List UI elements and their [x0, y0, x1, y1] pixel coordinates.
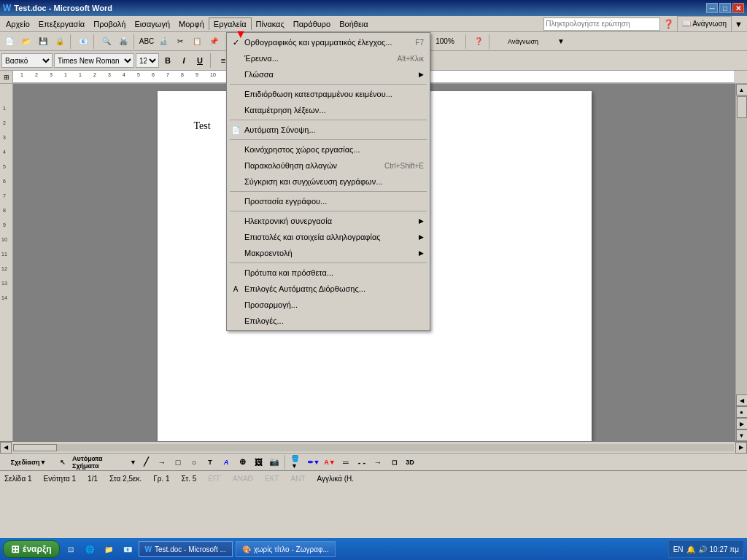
taskbar-word[interactable]: W Test.doc - Microsoft ... [139, 541, 233, 557]
scroll-up-button[interactable]: ▲ [736, 84, 748, 96]
cut-button[interactable]: ✂ [172, 34, 188, 50]
title-bar-controls[interactable]: ─ □ ✕ [706, 3, 744, 13]
menu-spell-check[interactable]: ✓ Ορθογραφικός και γραμματικός έλεγχος..… [227, 34, 430, 50]
maximize-button[interactable]: □ [719, 3, 731, 13]
italic-button[interactable]: I [177, 53, 191, 68]
speaker-icon[interactable]: 🔊 [698, 545, 707, 553]
scroll-btn-next-page[interactable]: ▶ [736, 418, 748, 429]
draw-menu-button[interactable]: Σχεδίαση▼ [3, 455, 54, 470]
menu-view[interactable]: Προβολή [89, 18, 130, 30]
scroll-btn-select-browse[interactable]: ● [736, 406, 748, 418]
help-btn[interactable]: ❓ [471, 34, 487, 50]
new-button[interactable]: 📄 [1, 34, 18, 50]
hscroll-track[interactable] [13, 444, 734, 451]
3d-button[interactable]: 3D [403, 455, 417, 470]
help-search-input[interactable] [543, 18, 660, 31]
menu-autocorrect[interactable]: A Επιλογές Αυτόματης Διόρθωσης... [227, 281, 430, 297]
menu-workspace[interactable]: Κοινόχρηστος χώρος εργασίας... [227, 141, 430, 158]
menu-language[interactable]: Γλώσσα ▶ [227, 66, 430, 82]
menu-options[interactable]: Επιλογές... [227, 313, 430, 329]
menu-customize[interactable]: Προσαρμογή... [227, 297, 430, 313]
permissions-button[interactable]: 🔒 [52, 34, 68, 50]
chevron-down-icon[interactable]: ▼ [735, 20, 743, 28]
print-button[interactable]: 🖨️ [115, 34, 131, 50]
menu-protect[interactable]: Προστασία εγγράφου... [227, 193, 430, 209]
paint-taskbar-icon: 🎨 [242, 545, 251, 553]
menu-autosummary[interactable]: 📄 Αυτόματη Σύνοψη... [227, 122, 430, 138]
menu-onlinecollab[interactable]: Ηλεκτρονική συνεργασία ▶ [227, 213, 430, 229]
copy-button[interactable]: 📋 [189, 34, 205, 50]
line-button[interactable]: ╱ [139, 455, 153, 470]
arrow-style-button[interactable]: → [371, 455, 385, 470]
fill-color-button[interactable]: 🪣▼ [290, 455, 305, 470]
reading-button[interactable]: 📖 Ανάγνωση [677, 16, 732, 32]
menu-mailmerge[interactable]: Επιστολές και στοιχεία αλληλογραφίας ▶ [227, 229, 430, 245]
right-scrollbar[interactable]: ▲ ◀ ● ▶ ▼ [735, 84, 747, 441]
line-style-button[interactable]: ═ [338, 455, 353, 470]
menu-window[interactable]: Παράθυρο [289, 18, 335, 30]
shadow-button[interactable]: ◻ [387, 455, 401, 470]
menu-compare[interactable]: Σύγκριση και συγχώνευση εγγράφων... [227, 174, 430, 190]
lang-icon[interactable]: EN [673, 545, 684, 553]
menu-trackchanges[interactable]: Παρακολούθηση αλλαγών Ctrl+Shift+E [227, 158, 430, 174]
reading-view-btn[interactable]: Ανάγνωση [494, 34, 552, 50]
help-icon[interactable]: ❓ [663, 19, 674, 29]
document-text[interactable]: Test [194, 120, 211, 131]
underline-button[interactable]: U [193, 53, 207, 68]
taskbar-icon-outlook[interactable]: 📧 [120, 541, 136, 557]
open-button[interactable]: 📂 [18, 34, 34, 50]
menu-file[interactable]: Αρχείο [1, 18, 34, 30]
font-color-draw-button[interactable]: A▼ [322, 455, 337, 470]
menu-edit[interactable]: Επεξεργασία [34, 18, 89, 30]
menu-format[interactable]: Μορφή [174, 18, 209, 30]
style-select[interactable]: Βασικό [1, 53, 53, 68]
ruler-left-corner[interactable]: ⊞ [0, 71, 13, 83]
dash-style-button[interactable]: - - [355, 455, 369, 470]
menu-insert[interactable]: Εισαγωγή [130, 18, 174, 30]
clipart-button[interactable]: 🖼 [251, 455, 266, 470]
font-select[interactable]: Times New Roman [54, 53, 134, 68]
save-button[interactable]: 💾 [35, 34, 51, 50]
size-select[interactable]: 12 [136, 53, 159, 68]
shapes-button[interactable]: Αυτόματα Σχήματα▼ [71, 455, 137, 470]
taskbar-icon-folder[interactable]: 📁 [101, 541, 117, 557]
menu-help[interactable]: Βοήθεια [335, 18, 372, 30]
textbox-button[interactable]: T [203, 455, 217, 470]
zoom-dropdown[interactable]: 100% [427, 34, 463, 50]
menu-table[interactable]: Πίνακας [252, 18, 289, 30]
scroll-left-button[interactable]: ◀ [0, 442, 12, 454]
oval-button[interactable]: ○ [187, 455, 201, 470]
menu-repair[interactable]: Επιδιόρθωση κατεστραμμένου κειμένου... [227, 86, 430, 102]
menu-wordcount[interactable]: Καταμέτρηση λέξεων... [227, 102, 430, 118]
print-preview-button[interactable]: 🔍 [98, 34, 115, 50]
insert-image-button[interactable]: 📷 [267, 455, 282, 470]
paste-button[interactable]: 📌 [206, 34, 222, 50]
menu-templates[interactable]: Πρότυπα και πρόσθετα... [227, 265, 430, 281]
wordart-button[interactable]: A [219, 455, 233, 470]
close-button[interactable]: ✕ [732, 3, 744, 13]
arrow-button[interactable]: → [155, 455, 169, 470]
taskbar-paint[interactable]: 🎨 χωρίς τίτλο - Ζωγραφ... [236, 541, 336, 557]
line-color-button[interactable]: ✏▼ [306, 455, 321, 470]
email-button[interactable]: 📧 [75, 34, 91, 50]
toolbar-dropdown-btn[interactable]: ▼ [553, 34, 569, 50]
scroll-btn-prev-page[interactable]: ◀ [736, 394, 748, 406]
diagram-button[interactable]: ⊕ [235, 455, 249, 470]
taskbar-icon-ie[interactable]: 🌐 [82, 541, 98, 557]
taskbar-icon-show-desktop[interactable]: ⊡ [63, 541, 79, 557]
menu-research[interactable]: Έρευνα... Alt+Κλικ [227, 50, 430, 66]
hscroll-thumb[interactable] [13, 444, 57, 451]
select-button[interactable]: ↖ [55, 455, 70, 470]
rect-button[interactable]: □ [171, 455, 185, 470]
bottom-scrollbar[interactable]: ◀ ▶ [0, 441, 747, 453]
start-button[interactable]: ⊞ έναρξη [3, 540, 60, 558]
scroll-thumb[interactable] [737, 96, 747, 118]
research-button[interactable]: 🔬 [155, 34, 171, 50]
menu-macros[interactable]: Μακροεντολή ▶ [227, 245, 430, 261]
bold-button[interactable]: B [160, 53, 175, 68]
spellcheck-button[interactable]: ABC [139, 34, 155, 50]
scroll-down-button[interactable]: ▼ [736, 429, 748, 441]
scroll-track[interactable] [736, 96, 748, 394]
scroll-right-button[interactable]: ▶ [735, 442, 747, 454]
minimize-button[interactable]: ─ [706, 3, 718, 13]
